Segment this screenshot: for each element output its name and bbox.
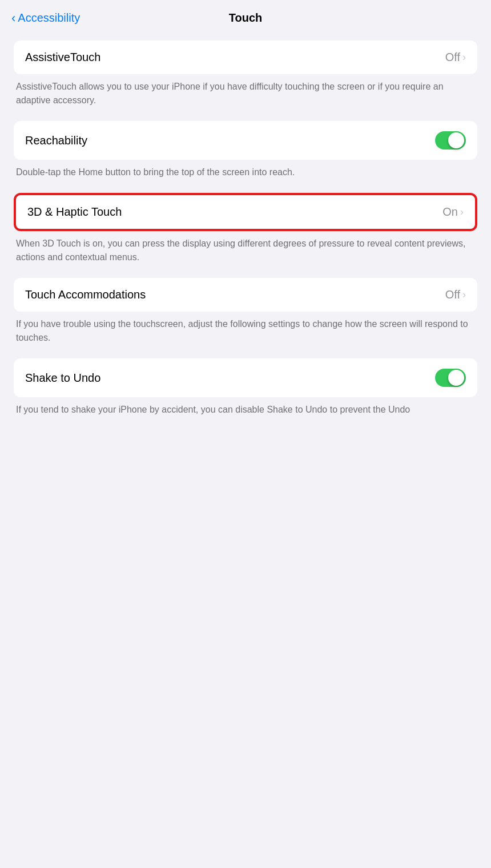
reachability-toggle[interactable] [435,131,466,150]
back-button[interactable]: ‹ Accessibility [11,11,80,25]
shake-to-undo-card: Shake to Undo [14,358,477,397]
touch-accommodations-row[interactable]: Touch Accommodations Off › [14,278,477,312]
3d-haptic-touch-label: 3D & Haptic Touch [27,205,122,219]
reachability-label: Reachability [25,134,87,147]
assistive-touch-value: Off › [445,51,466,64]
back-label: Accessibility [18,11,80,25]
assistive-touch-row[interactable]: AssistiveTouch Off › [14,41,477,74]
3d-haptic-touch-row[interactable]: 3D & Haptic Touch On › [16,195,475,229]
assistive-touch-label: AssistiveTouch [25,51,100,64]
shake-to-undo-row: Shake to Undo [14,358,477,397]
content: AssistiveTouch Off › AssistiveTouch allo… [0,34,491,444]
3d-haptic-touch-status: On [442,205,458,219]
touch-accommodations-description: If you have trouble using the touchscree… [14,312,477,354]
touch-accommodations-status: Off [445,288,460,301]
3d-haptic-touch-description: When 3D Touch is on, you can press the d… [14,231,477,273]
3d-haptic-touch-section: 3D & Haptic Touch On › When 3D Touch is … [14,193,477,273]
touch-accommodations-label: Touch Accommodations [25,288,146,301]
touch-accommodations-chevron-icon: › [462,289,466,301]
header: ‹ Accessibility Touch [0,0,491,34]
touch-accommodations-value: Off › [445,288,466,301]
assistive-touch-section: AssistiveTouch Off › AssistiveTouch allo… [14,41,477,116]
reachability-description: Double-tap the Home button to bring the … [14,160,477,188]
3d-haptic-touch-value: On › [442,205,464,219]
3d-haptic-touch-card[interactable]: 3D & Haptic Touch On › [14,193,477,231]
assistive-touch-description: AssistiveTouch allows you to use your iP… [14,74,477,116]
shake-to-undo-section: Shake to Undo If you tend to shake your … [14,358,477,426]
shake-to-undo-label: Shake to Undo [25,372,100,385]
page-title: Touch [229,11,263,25]
assistive-touch-status: Off [445,51,460,64]
3d-haptic-touch-chevron-icon: › [460,206,464,218]
shake-to-undo-toggle-knob [448,370,464,386]
assistive-touch-chevron-icon: › [462,51,466,63]
reachability-card: Reachability [14,121,477,160]
touch-accommodations-section: Touch Accommodations Off › If you have t… [14,278,477,354]
reachability-section: Reachability Double-tap the Home button … [14,121,477,188]
back-chevron-icon: ‹ [11,12,15,25]
shake-to-undo-toggle[interactable] [435,369,466,387]
reachability-row: Reachability [14,121,477,160]
reachability-toggle-knob [448,132,464,148]
shake-to-undo-description: If you tend to shake your iPhone by acci… [14,397,477,426]
touch-accommodations-card[interactable]: Touch Accommodations Off › [14,278,477,312]
assistive-touch-card[interactable]: AssistiveTouch Off › [14,41,477,74]
